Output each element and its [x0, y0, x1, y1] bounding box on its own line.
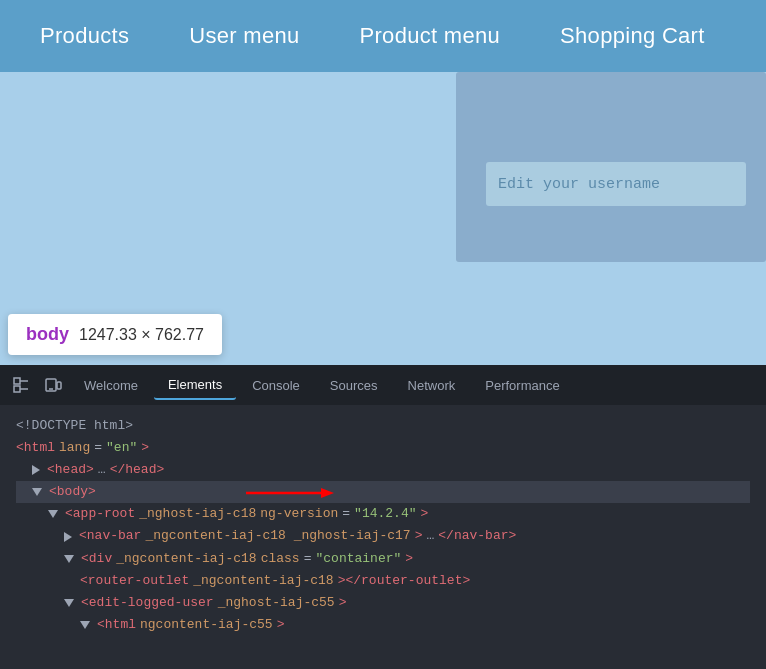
tooltip-tag: body: [26, 324, 69, 345]
code-line-router-outlet[interactable]: <router-outlet _ngcontent-iaj-c18></rout…: [16, 570, 750, 592]
nav-bar: Products User menu Product menu Shopping…: [0, 0, 766, 72]
code-line-div-container[interactable]: <div _ngcontent-iaj-c18 class="container…: [16, 548, 750, 570]
tab-performance[interactable]: Performance: [471, 372, 573, 399]
username-input[interactable]: Edit your username: [486, 162, 746, 206]
code-line-body[interactable]: <body>: [16, 481, 750, 503]
code-line-html: <html lang="en">: [16, 437, 750, 459]
code-line-nav-bar[interactable]: <nav-bar _ngcontent-iaj-c18 _nghost-iaj-…: [16, 525, 750, 547]
tab-network[interactable]: Network: [394, 372, 470, 399]
inspect-icon[interactable]: [6, 370, 36, 400]
code-line-app-root[interactable]: <app-root _nghost-iaj-c18 ng-version="14…: [16, 503, 750, 525]
tab-console[interactable]: Console: [238, 372, 314, 399]
code-line-head[interactable]: <head>…</head>: [16, 459, 750, 481]
device-icon[interactable]: [38, 370, 68, 400]
devtools-code-area: <!DOCTYPE html> <html lang="en"> <head>……: [0, 405, 766, 669]
tab-sources[interactable]: Sources: [316, 372, 392, 399]
nav-item-user-menu[interactable]: User menu: [159, 23, 329, 49]
content-area: Edit your username body 1247.33 × 762.77: [0, 72, 766, 365]
nav-item-products[interactable]: Products: [10, 23, 159, 49]
code-line-edit-logged-user[interactable]: <edit-logged-user _nghost-iaj-c55>: [16, 592, 750, 614]
dropdown-panel: Edit your username: [456, 72, 766, 262]
nav-item-product-menu[interactable]: Product menu: [330, 23, 531, 49]
svg-rect-0: [14, 378, 20, 384]
nav-item-shopping-cart[interactable]: Shopping Cart: [530, 23, 735, 49]
tab-elements[interactable]: Elements: [154, 371, 236, 400]
red-arrow: [216, 479, 336, 507]
svg-rect-3: [14, 386, 20, 392]
tab-welcome[interactable]: Welcome: [70, 372, 152, 399]
devtools-tabs-bar: Welcome Elements Console Sources Network…: [0, 365, 766, 405]
svg-marker-7: [321, 488, 334, 498]
tooltip-size: 1247.33 × 762.77: [79, 326, 204, 344]
svg-rect-5: [57, 382, 61, 389]
devtools-panel: Welcome Elements Console Sources Network…: [0, 365, 766, 669]
element-tooltip: body 1247.33 × 762.77: [8, 314, 222, 355]
browser-preview: Products User menu Product menu Shopping…: [0, 0, 766, 365]
code-line-doctype: <!DOCTYPE html>: [16, 415, 750, 437]
code-line-html-inner[interactable]: <html ngcontent-iaj-c55>: [16, 614, 750, 636]
